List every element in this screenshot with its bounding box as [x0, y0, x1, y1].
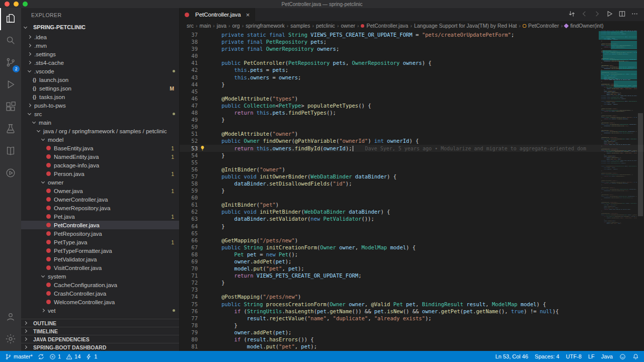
tree-item-baseentity-java[interactable]: BaseEntity.java1	[21, 144, 179, 152]
code-line-37[interactable]: 37 private static final String VIEWS_PET…	[180, 31, 644, 38]
tree-item-model[interactable]: model	[21, 135, 179, 144]
tree-item-tasks-json[interactable]: {}tasks.json	[21, 93, 179, 101]
tree-item-welcomecontroller-java[interactable]: WelcomeController.java	[21, 298, 179, 306]
tree-item-cacheconfiguration-java[interactable]: CacheConfiguration.java	[21, 281, 179, 289]
tree-item-visitcontroller-java[interactable]: VisitController.java	[21, 263, 179, 272]
tree-item-owner[interactable]: owner	[21, 178, 179, 187]
code-line-65[interactable]: 65	[180, 230, 644, 237]
code-line-54[interactable]: 54 }	[180, 152, 644, 159]
tree-item-crashcontroller-java[interactable]: CrashController.java	[21, 289, 179, 298]
tree-item-pettypeformatter-java[interactable]: PetTypeFormatter.java	[21, 246, 179, 255]
code-line-67[interactable]: 67 public String initCreationForm(Owner …	[180, 244, 644, 251]
minimize-window-button[interactable]	[14, 2, 19, 7]
code-line-42[interactable]: 42 this.pets = pets;	[180, 66, 644, 73]
code-line-79[interactable]: 79 owner.addPet(pet);	[180, 329, 644, 336]
breadcrumb-item-main[interactable]: main	[200, 23, 211, 29]
code-line-52[interactable]: 52 public Owner findOwner(@PathVariable(…	[180, 137, 644, 144]
sidebar-panel-timeline[interactable]: TIMELINE	[21, 327, 179, 335]
code-line-40[interactable]: 40	[180, 52, 644, 59]
code-line-43[interactable]: 43 this.owners = owners;	[180, 74, 644, 81]
status-errors[interactable]: 1	[49, 353, 61, 360]
tree-item-push-to-pws[interactable]: push-to-pws	[21, 101, 179, 110]
code-line-55[interactable]: 55	[180, 159, 644, 166]
tree-item-vet[interactable]: vet	[21, 306, 179, 315]
zoom-window-button[interactable]	[23, 2, 28, 7]
breadcrumb-item-samples[interactable]: samples	[290, 23, 310, 29]
tab-petcontroller-java[interactable]: PetController.java ×	[180, 8, 255, 21]
breadcrumb-item-petcontroller-java[interactable]: PetController.java	[361, 23, 408, 29]
code-line-39[interactable]: 39 private final OwnerRepository owners;	[180, 45, 644, 52]
tree-item-ownerrepository-java[interactable]: OwnerRepository.java	[21, 204, 179, 212]
activity-run-debug[interactable]	[0, 74, 21, 97]
sidebar-panel-outline[interactable]: OUTLINE	[21, 319, 179, 327]
status-encoding[interactable]: UTF-8	[566, 353, 582, 359]
navigate-forward-button[interactable]	[591, 9, 602, 20]
breadcrumb-item-petclinic[interactable]: petclinic	[316, 23, 335, 29]
code-line-58[interactable]: 58 dataBinder.setDisallowedFields("id");	[180, 180, 644, 187]
code-line-68[interactable]: 68 Pet pet = new Pet();	[180, 251, 644, 258]
code-line-75[interactable]: 75 public String processCreationForm(Own…	[180, 301, 644, 308]
open-changes-button[interactable]	[566, 9, 577, 20]
code-line-50[interactable]: 50	[180, 123, 644, 130]
close-window-button[interactable]	[5, 2, 10, 7]
code-line-48[interactable]: 48 return this.pets.findPetTypes();	[180, 109, 644, 116]
code-line-44[interactable]: 44 }	[180, 81, 644, 88]
status-warnings[interactable]: 14	[66, 353, 80, 360]
code-line-57[interactable]: 57 public void initOwnerBinder(WebDataBi…	[180, 173, 644, 180]
tree-item-sts4-cache[interactable]: .sts4-cache	[21, 58, 179, 67]
tree-item-owner-java[interactable]: Owner.java1	[21, 187, 179, 195]
code-line-56[interactable]: 56 @InitBinder("owner")	[180, 166, 644, 173]
split-editor-button[interactable]	[616, 9, 627, 20]
code-line-53[interactable]: 53 return this.owners.findById(ownerId);…	[180, 145, 644, 152]
code-line-77[interactable]: 77 result.rejectValue("name", "duplicate…	[180, 315, 644, 322]
code-line-61[interactable]: 61 @InitBinder("pet")	[180, 201, 644, 208]
workspace-section-header[interactable]: SPRING-PETCLINIC	[21, 22, 179, 33]
code-line-73[interactable]: 73	[180, 286, 644, 293]
code-line-69[interactable]: 69 owner.addPet(pet);	[180, 258, 644, 265]
sidebar-panel-spring-boot-dashboard[interactable]: SPRING-BOOT DASHBOARD	[21, 343, 179, 351]
tree-item-vscode[interactable]: .vscode	[21, 67, 179, 75]
code-line-51[interactable]: 51 @ModelAttribute("owner")	[180, 130, 644, 137]
code-line-71[interactable]: 71 return VIEWS_PETS_CREATE_OR_UPDATE_FO…	[180, 272, 644, 279]
scrollbar-thumb[interactable]	[638, 113, 643, 216]
code-line-49[interactable]: 49 }	[180, 116, 644, 123]
tree-item-package-info-java[interactable]: package-info.java	[21, 161, 179, 169]
breadcrumb-item-findowner-int[interactable]: findOwner(int)	[565, 23, 603, 29]
activity-search[interactable]	[0, 30, 21, 52]
tree-item-namedentity-java[interactable]: NamedEntity.java1	[21, 152, 179, 161]
status-branch[interactable]: master*	[5, 353, 33, 360]
breadcrumb-item-java[interactable]: java	[217, 23, 226, 29]
tree-item-petcontroller-java[interactable]: PetController.java	[21, 221, 179, 229]
status-notifications[interactable]	[632, 353, 639, 360]
status-eol[interactable]: LF	[588, 353, 595, 359]
code-line-59[interactable]: 59 }	[180, 187, 644, 194]
tree-item-pettype-java[interactable]: PetType.java1	[21, 238, 179, 246]
code-line-45[interactable]: 45	[180, 88, 644, 95]
activity-settings[interactable]	[0, 329, 21, 351]
close-icon[interactable]: ×	[246, 12, 250, 18]
status-cursor-position[interactable]: Ln 53, Col 46	[495, 353, 528, 359]
navigate-back-button[interactable]	[579, 9, 590, 20]
code-line-81[interactable]: 81 model.put("pet", pet);	[180, 343, 644, 350]
tree-item-pet-java[interactable]: Pet.java1	[21, 212, 179, 221]
code-line-41[interactable]: 41 public PetController(PetRepository pe…	[180, 59, 644, 66]
breadcrumb-item-src[interactable]: src	[187, 23, 194, 29]
activity-test-beaker[interactable]	[0, 119, 21, 141]
code-line-78[interactable]: 78 }	[180, 322, 644, 329]
code-line-76[interactable]: 76 if (StringUtils.hasLength(pet.getName…	[180, 308, 644, 315]
tree-item-main[interactable]: main	[21, 118, 179, 127]
tree-item-java-org-springframework-samples-petclinic[interactable]: java / org / springframework / samples /…	[21, 127, 179, 135]
tree-item-petvalidator-java[interactable]: PetValidator.java	[21, 255, 179, 263]
breadcrumb-item-petcontroller[interactable]: PetController	[523, 23, 559, 29]
code-line-66[interactable]: 66 @GetMapping("/pets/new")	[180, 237, 644, 244]
code-line-72[interactable]: 72 }	[180, 279, 644, 286]
breadcrumb-item-springframework[interactable]: springframework	[246, 23, 285, 29]
activity-extensions[interactable]	[0, 97, 21, 119]
activity-java-projects[interactable]	[0, 141, 21, 163]
tree-item-petrepository-java[interactable]: PetRepository.java	[21, 229, 179, 238]
tree-item-src[interactable]: src	[21, 110, 179, 118]
status-indentation[interactable]: Spaces: 4	[535, 353, 559, 359]
code-line-64[interactable]: 64 }	[180, 223, 644, 230]
minimap[interactable]: private static final String VIEWS_PETS_C…	[599, 30, 637, 351]
code-line-63[interactable]: 63 dataBinder.setValidator(new PetValida…	[180, 215, 644, 222]
